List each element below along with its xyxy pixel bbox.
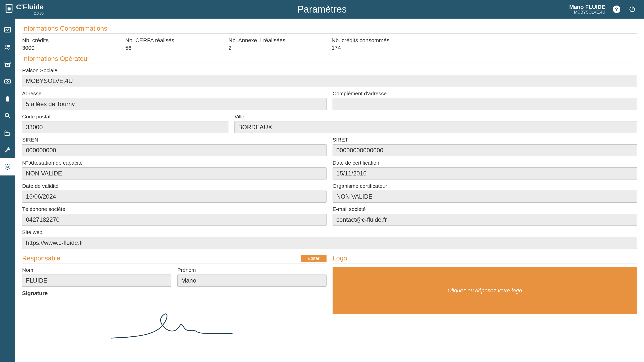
siret-input[interactable]	[333, 144, 637, 156]
sidebar-item-settings[interactable]	[0, 158, 15, 175]
field-site-web: Site web	[22, 229, 637, 249]
power-button[interactable]	[628, 5, 636, 14]
app-logo[interactable]: C'Fluide 2.0.30	[5, 4, 44, 15]
stat-consumed: Nb. crédits consommés 174	[332, 37, 435, 51]
sidebar-item-money[interactable]	[0, 73, 15, 90]
field-ville: Ville	[234, 114, 637, 133]
field-nom: Nom	[22, 267, 171, 287]
stat-cerfa: Nb. CERFA réalisés 56	[125, 37, 228, 51]
factory-icon	[4, 129, 11, 136]
attestation-input[interactable]	[22, 167, 327, 179]
sidebar-item-bottle[interactable]	[0, 90, 15, 107]
field-date-validite: Date de validité	[22, 183, 327, 203]
signature-image	[22, 299, 327, 349]
svg-point-8	[5, 113, 9, 117]
organisme-input[interactable]	[333, 191, 637, 203]
field-email: E-mail société	[333, 206, 637, 226]
svg-rect-0	[8, 8, 11, 11]
complement-label: Complément d'adresse	[333, 90, 637, 97]
field-attestation: N° Attestation de capacité	[22, 160, 327, 179]
user-info: Mano FLUIDE MOBYSOLVE.4U	[569, 4, 605, 15]
sidebar	[0, 19, 15, 362]
prenom-label: Prénom	[177, 267, 327, 273]
sidebar-item-archive[interactable]	[0, 56, 15, 73]
date-cert-label: Date de certification	[333, 160, 637, 166]
raison-sociale-label: Raison Sociale	[22, 67, 637, 73]
sidebar-item-search[interactable]	[0, 107, 15, 124]
stat-cerfa-label: Nb. CERFA réalisés	[125, 37, 228, 44]
svg-point-3	[8, 45, 10, 47]
svg-point-2	[6, 45, 8, 47]
edit-responsable-button[interactable]: Éditer	[301, 255, 327, 262]
bottle-icon	[4, 95, 11, 102]
wrench-icon	[4, 146, 11, 153]
svg-rect-5	[6, 64, 10, 67]
nom-input[interactable]	[22, 275, 171, 287]
date-cert-input[interactable]	[333, 167, 637, 179]
svg-rect-6	[5, 80, 10, 83]
money-icon	[4, 78, 11, 85]
attestation-label: N° Attestation de capacité	[22, 160, 327, 166]
user-name: Mano FLUIDE	[569, 4, 605, 10]
field-siret: SIRET	[333, 137, 637, 156]
field-adresse: Adresse	[22, 90, 327, 110]
ville-label: Ville	[234, 114, 637, 120]
section-operateur-title: Informations Opérateur	[22, 55, 637, 64]
stats-row: Nb. crédits 3000 Nb. CERFA réalisés 56 N…	[22, 37, 637, 51]
sidebar-item-users[interactable]	[0, 39, 15, 56]
cp-label: Code postal	[22, 114, 228, 120]
field-siren: SIREN	[22, 137, 327, 156]
date-valid-label: Date de validité	[22, 183, 327, 189]
field-raison-sociale: Raison Sociale	[22, 67, 637, 87]
nom-label: Nom	[22, 267, 171, 273]
prenom-input[interactable]	[177, 275, 327, 287]
section-responsable-title: Responsable	[22, 254, 60, 262]
site-input[interactable]	[22, 237, 637, 249]
sidebar-item-tools[interactable]	[0, 141, 15, 158]
section-logo-title: Logo	[333, 254, 637, 263]
stat-credits-label: Nb. crédits	[22, 37, 125, 44]
adresse-input[interactable]	[22, 98, 327, 110]
gear-icon	[4, 163, 11, 170]
date-valid-input[interactable]	[22, 191, 327, 203]
tel-input[interactable]	[22, 214, 327, 226]
siren-label: SIREN	[22, 137, 327, 143]
logo-dropzone[interactable]: Cliquez ou déposez votre logo	[333, 267, 637, 314]
email-label: E-mail société	[333, 206, 637, 212]
app-name: C'Fluide	[16, 3, 44, 11]
content: Informations Consommations Nb. crédits 3…	[15, 19, 644, 362]
power-icon	[629, 6, 636, 13]
field-telephone: Téléphone société	[22, 206, 327, 226]
stat-annexe-value: 2	[228, 45, 332, 51]
logo-dropzone-text: Cliquez ou déposez votre logo	[448, 287, 522, 294]
raison-sociale-input[interactable]	[22, 75, 637, 87]
archive-icon	[4, 61, 11, 68]
svg-point-9	[7, 166, 9, 168]
field-prenom: Prénom	[177, 267, 327, 287]
field-date-certification: Date de certification	[333, 160, 637, 179]
chart-icon	[4, 27, 11, 34]
svg-rect-1	[5, 28, 10, 32]
complement-input[interactable]	[333, 98, 637, 110]
field-organisme: Organisme certificateur	[333, 183, 637, 203]
signature-label: Signature	[22, 290, 327, 297]
section-consommations-title: Informations Consommations	[22, 25, 637, 34]
stat-credits-value: 3000	[22, 45, 125, 51]
sidebar-item-dashboard[interactable]	[0, 22, 15, 39]
cp-input[interactable]	[22, 121, 228, 133]
stat-consumed-value: 174	[332, 45, 435, 51]
ville-input[interactable]	[234, 121, 637, 133]
stat-annexe: Nb. Annexe 1 réalisées 2	[228, 37, 332, 51]
stat-annexe-label: Nb. Annexe 1 réalisées	[228, 37, 332, 44]
siret-label: SIRET	[333, 137, 637, 143]
user-company: MOBYSOLVE.4U	[569, 10, 605, 15]
site-label: Site web	[22, 229, 637, 235]
logo-icon	[5, 4, 14, 15]
section-responsable-title-row: Responsable Éditer	[22, 254, 327, 263]
adresse-label: Adresse	[22, 90, 327, 97]
email-input[interactable]	[333, 214, 637, 226]
sidebar-item-factory[interactable]	[0, 124, 15, 141]
help-button[interactable]: ?	[612, 5, 621, 14]
siren-input[interactable]	[22, 144, 327, 156]
svg-point-7	[7, 81, 9, 82]
